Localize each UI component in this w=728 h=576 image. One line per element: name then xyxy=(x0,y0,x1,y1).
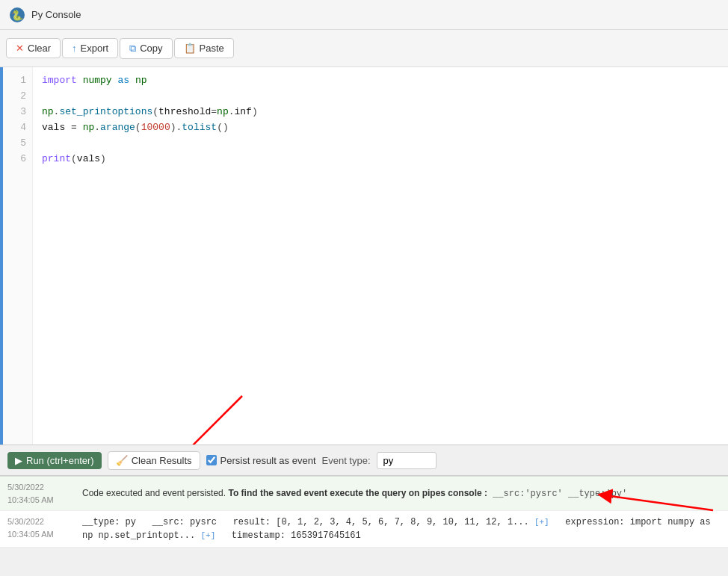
paste-icon: 📋 xyxy=(184,43,196,54)
copy-button[interactable]: ⧉ Copy xyxy=(120,38,172,59)
export-icon: ↑ xyxy=(72,43,77,54)
title-bar: 🐍 Py Console xyxy=(0,0,728,30)
main-content: 1 2 3 4 5 6 import numpy as np np.set_pr… xyxy=(0,67,728,576)
python-icon: 🐍 xyxy=(9,7,25,23)
clean-icon: 🧹 xyxy=(116,455,128,466)
results-area: 5/30/2022 10:34:05 AM Code executed and … xyxy=(0,476,728,548)
code-content[interactable]: import numpy as np np.set_printoptions(t… xyxy=(33,67,728,445)
run-button[interactable]: ▶ Run (ctrl+enter) xyxy=(7,452,102,469)
code-line-3: np.set_printoptions(threshold=np.inf) xyxy=(42,105,719,120)
export-button[interactable]: ↑ Export xyxy=(62,38,118,58)
clear-button[interactable]: ✕ Clear xyxy=(6,38,61,58)
result-timestamp-1: 5/30/2022 10:34:05 AM xyxy=(7,481,75,506)
clear-icon: ✕ xyxy=(16,43,24,54)
clean-results-button[interactable]: 🧹 Clean Results xyxy=(108,451,200,470)
code-line-1: import numpy as np xyxy=(42,73,719,89)
code-line-4: vals = np.arange(10000).tolist() xyxy=(42,120,719,136)
line-numbers: 1 2 3 4 5 6 xyxy=(3,67,33,445)
svg-text:🐍: 🐍 xyxy=(11,9,24,22)
result-content-1: Code executed and event persisted. To fi… xyxy=(82,486,721,501)
window-title: Py Console xyxy=(31,9,81,20)
code-line-6: print(vals) xyxy=(42,152,719,167)
persist-checkbox-label[interactable]: Persist result as event xyxy=(206,455,316,466)
code-line-2 xyxy=(42,89,719,105)
code-line-5 xyxy=(42,136,719,152)
result-row-2: 5/30/2022 10:34:05 AM __type: py __src: … xyxy=(0,511,728,548)
result-expand-btn[interactable]: [+] xyxy=(534,518,549,527)
result-timestamp-2: 5/30/2022 10:34:05 AM xyxy=(7,515,75,540)
paste-button[interactable]: 📋 Paste xyxy=(174,38,234,58)
event-type-label: Event type: xyxy=(322,455,371,466)
code-editor[interactable]: 1 2 3 4 5 6 import numpy as np np.set_pr… xyxy=(0,67,728,445)
result-row-1: 5/30/2022 10:34:05 AM Code executed and … xyxy=(0,477,728,511)
run-icon: ▶ xyxy=(15,455,22,466)
expr-expand-btn[interactable]: [+] xyxy=(200,531,215,540)
bottom-section: ▶ Run (ctrl+enter) 🧹 Clean Results Persi… xyxy=(0,445,728,548)
bottom-toolbar: ▶ Run (ctrl+enter) 🧹 Clean Results Persi… xyxy=(0,445,728,476)
persist-checkbox[interactable] xyxy=(206,455,217,465)
result-content-2: __type: py __src: pysrc result: [0, 1, 2… xyxy=(82,515,721,542)
copy-icon: ⧉ xyxy=(129,43,136,55)
main-toolbar: ✕ Clear ↑ Export ⧉ Copy 📋 Paste xyxy=(0,30,728,67)
event-type-input[interactable] xyxy=(377,452,437,469)
